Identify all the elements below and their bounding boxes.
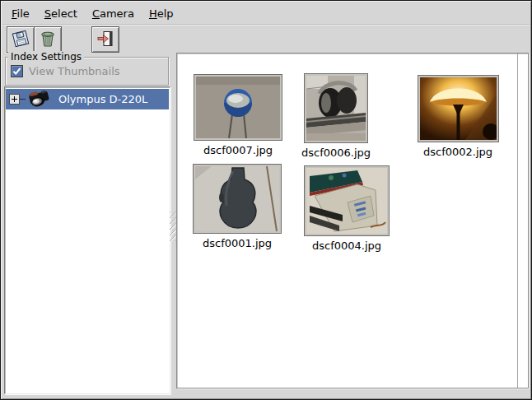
- menu-file[interactable]: File: [7, 5, 35, 22]
- menu-camera[interactable]: Camera: [87, 5, 139, 22]
- menu-help[interactable]: Help: [144, 5, 179, 22]
- floppy-disk-icon: [11, 29, 30, 51]
- thumbnail-image-headphones[interactable]: [305, 74, 367, 142]
- thumbnail-item[interactable]: dscf0001.jpg: [188, 165, 287, 249]
- menubar: File Select Camera Help: [2, 2, 530, 25]
- menu-select[interactable]: Select: [40, 5, 82, 22]
- thumbnail-label: dscf0001.jpg: [188, 237, 287, 249]
- pane-splitter[interactable]: [170, 86, 176, 393]
- thumbnail-label: dscf0002.jpg: [408, 146, 507, 158]
- tree-item-olympus[interactable]: Olympus D-220L: [6, 89, 169, 109]
- view-thumbnails-checkbox[interactable]: View Thumbnails: [11, 65, 120, 77]
- trash-icon: [38, 29, 58, 51]
- save-button[interactable]: [7, 26, 35, 53]
- thumbnail-image-printer[interactable]: [305, 166, 389, 235]
- thumbnail-item[interactable]: dscf0007.jpg: [189, 75, 287, 156]
- camera-icon: [27, 88, 52, 110]
- thumbnail-item[interactable]: dscf0004.jpg: [297, 166, 396, 252]
- thumbnail-image-guitar-case[interactable]: [194, 165, 281, 233]
- delete-button[interactable]: [34, 26, 62, 53]
- checkbox-label: View Thumbnails: [29, 65, 120, 77]
- camera-tree-panel[interactable]: Olympus D-220L: [4, 86, 170, 394]
- exit-button[interactable]: [91, 26, 119, 53]
- splitter-grip-icon[interactable]: [170, 212, 176, 241]
- thumbnail-item[interactable]: dscf0002.jpg: [408, 76, 507, 158]
- thumbnail-label: dscf0007.jpg: [189, 144, 287, 156]
- index-settings-frame: Index Settings View Thumbnails: [5, 57, 169, 86]
- expander-plus-icon[interactable]: [9, 94, 20, 105]
- tree-item-label: Olympus D-220L: [58, 93, 147, 105]
- tree-connector: [20, 99, 26, 100]
- thumbnail-image-component[interactable]: [194, 75, 282, 140]
- scrollbar-trough[interactable]: [517, 53, 518, 388]
- exit-door-icon: [96, 29, 115, 51]
- app-window: File Select Camera Help: [0, 0, 532, 400]
- thumbnail-item[interactable]: dscf0006.jpg: [287, 74, 385, 159]
- frame-title: Index Settings: [8, 51, 84, 63]
- checkbox-checked-icon[interactable]: [11, 65, 23, 77]
- thumbnail-label: dscf0006.jpg: [287, 147, 385, 159]
- thumbnail-panel[interactable]: dscf0007.jpg dscf00: [176, 53, 529, 388]
- thumbnail-label: dscf0004.jpg: [297, 240, 396, 252]
- thumbnail-image-lamp[interactable]: [418, 76, 498, 142]
